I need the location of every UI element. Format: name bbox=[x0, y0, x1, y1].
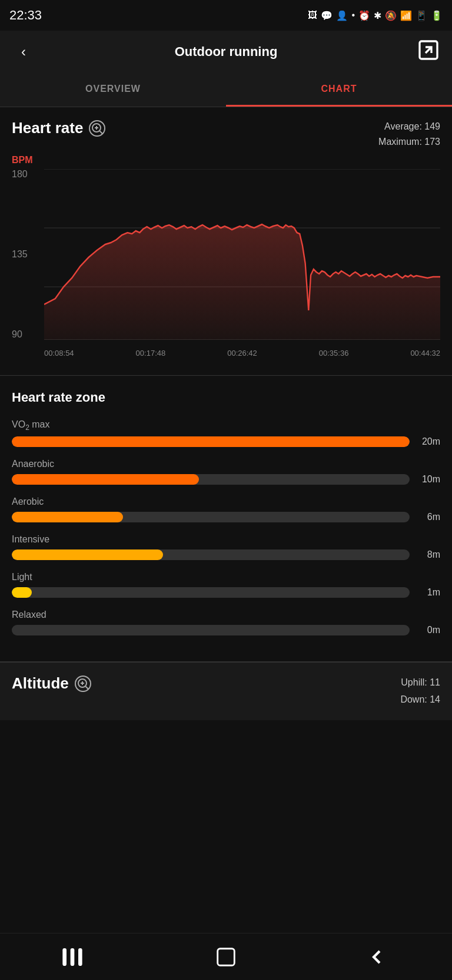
chart-svg-area bbox=[44, 169, 440, 340]
zone-bar-bg-aerobic bbox=[12, 512, 410, 522]
y-axis-labels: 180 135 90 bbox=[12, 169, 41, 340]
svg-rect-15 bbox=[71, 948, 75, 966]
zone-bar-row-intensive: 8m bbox=[12, 549, 440, 560]
zone-name-vo2: VO2 max bbox=[12, 419, 440, 432]
zone-duration-vo2: 20m bbox=[417, 436, 440, 447]
zone-bar-row-relaxed: 0m bbox=[12, 625, 440, 635]
zone-name-anaerobic: Anaerobic bbox=[12, 459, 440, 469]
zone-bar-bg-vo2 bbox=[12, 436, 410, 447]
y-label-180: 180 bbox=[12, 169, 41, 180]
wifi-icon: 📶 bbox=[400, 10, 412, 21]
x-axis-labels: 00:08:54 00:17:48 00:26:42 00:35:36 00:4… bbox=[44, 349, 440, 357]
zone-bar-row-aerobic: 6m bbox=[12, 512, 440, 522]
status-time: 22:33 bbox=[9, 8, 42, 23]
header: ‹ Outdoor running bbox=[0, 31, 452, 73]
zone-section-title: Heart rate zone bbox=[12, 390, 440, 405]
y-label-135: 135 bbox=[12, 249, 41, 260]
down-stat: Down: 14 bbox=[400, 691, 440, 708]
svg-rect-14 bbox=[62, 948, 67, 966]
dot-icon: • bbox=[351, 10, 355, 21]
heart-rate-section: Heart rate Average: 149 Maximum: 173 BPM… bbox=[0, 107, 452, 375]
nav-back-button[interactable] bbox=[359, 945, 394, 969]
bottom-nav bbox=[0, 933, 452, 980]
zone-bar-bg-anaerobic bbox=[12, 474, 410, 485]
zone-item-light: Light 1m bbox=[12, 572, 440, 598]
page-title: Outdoor running bbox=[35, 44, 417, 59]
mute-icon: 🔕 bbox=[385, 10, 397, 21]
svg-line-3 bbox=[100, 131, 103, 134]
tab-chart[interactable]: CHART bbox=[226, 73, 452, 107]
altitude-section: Altitude Uphill: 11 Down: 14 bbox=[0, 662, 452, 720]
zone-name-relaxed: Relaxed bbox=[12, 610, 440, 620]
x-label-3: 00:35:36 bbox=[319, 349, 349, 357]
uphill-stat: Uphill: 11 bbox=[400, 674, 440, 691]
zone-item-vo2: VO2 max 20m bbox=[12, 419, 440, 447]
zone-bar-bg-light bbox=[12, 587, 410, 598]
heart-rate-zone-section: Heart rate zone VO2 max 20m Anaerobic 10… bbox=[0, 376, 452, 661]
heart-rate-header: Heart rate Average: 149 Maximum: 173 bbox=[12, 119, 440, 149]
zone-bar-fill-light bbox=[12, 587, 32, 598]
zone-item-intensive: Intensive 8m bbox=[12, 534, 440, 560]
nav-home-button[interactable] bbox=[208, 945, 244, 969]
heart-rate-title: Heart rate bbox=[12, 119, 105, 137]
zone-duration-anaerobic: 10m bbox=[417, 474, 440, 485]
tabs: OVERVIEW CHART bbox=[0, 73, 452, 107]
zone-duration-intensive: 8m bbox=[417, 549, 440, 560]
zone-duration-light: 1m bbox=[417, 587, 440, 598]
x-label-0: 00:08:54 bbox=[44, 349, 74, 357]
altitude-zoom-icon[interactable] bbox=[75, 676, 91, 692]
zone-name-intensive: Intensive bbox=[12, 534, 440, 545]
zone-bar-row-light: 1m bbox=[12, 587, 440, 598]
zone-duration-relaxed: 0m bbox=[417, 625, 440, 635]
zone-bar-fill-anaerobic bbox=[12, 474, 199, 485]
gallery-icon: 🖼 bbox=[308, 10, 317, 21]
zoom-icon[interactable] bbox=[89, 120, 105, 137]
zone-bar-bg-relaxed bbox=[12, 625, 410, 635]
bluetooth-icon: ✱ bbox=[374, 10, 381, 21]
zone-bar-bg-intensive bbox=[12, 549, 410, 560]
zone-item-aerobic: Aerobic 6m bbox=[12, 496, 440, 522]
messenger-icon: 👤 bbox=[336, 10, 348, 21]
zone-name-light: Light bbox=[12, 572, 440, 582]
zone-bar-fill-intensive bbox=[12, 549, 163, 560]
y-label-90: 90 bbox=[12, 329, 41, 340]
battery-icon: 🔋 bbox=[431, 10, 443, 21]
export-button[interactable] bbox=[417, 38, 440, 65]
zone-duration-aerobic: 6m bbox=[417, 512, 440, 522]
bpm-label: BPM bbox=[12, 155, 440, 165]
alarm-icon: ⏰ bbox=[358, 10, 370, 21]
heart-rate-chart: 180 135 90 bbox=[12, 169, 440, 357]
back-button[interactable]: ‹ bbox=[12, 44, 35, 60]
zone-bar-fill-vo2 bbox=[12, 436, 410, 447]
whatsapp-icon: 💬 bbox=[321, 10, 333, 21]
x-label-2: 00:26:42 bbox=[227, 349, 257, 357]
status-bar: 22:33 🖼 💬 👤 • ⏰ ✱ 🔕 📶 📱 🔋 bbox=[0, 0, 452, 31]
heart-rate-stats: Average: 149 Maximum: 173 bbox=[378, 119, 440, 149]
x-label-4: 00:44:32 bbox=[410, 349, 440, 357]
signal-icon: 📱 bbox=[416, 10, 427, 21]
altitude-stats: Uphill: 11 Down: 14 bbox=[400, 674, 440, 708]
altitude-title: Altitude bbox=[12, 674, 91, 693]
svg-rect-17 bbox=[218, 948, 235, 965]
nav-menu-button[interactable] bbox=[58, 945, 93, 969]
max-stat: Maximum: 173 bbox=[378, 134, 440, 150]
avg-stat: Average: 149 bbox=[378, 119, 440, 134]
svg-rect-16 bbox=[78, 948, 82, 966]
zone-bar-row-anaerobic: 10m bbox=[12, 474, 440, 485]
tab-overview[interactable]: OVERVIEW bbox=[0, 73, 226, 107]
zone-name-aerobic: Aerobic bbox=[12, 496, 440, 507]
zone-bar-row-vo2: 20m bbox=[12, 436, 440, 447]
zone-item-relaxed: Relaxed 0m bbox=[12, 610, 440, 635]
zone-item-anaerobic: Anaerobic 10m bbox=[12, 459, 440, 485]
status-icons: 🖼 💬 👤 • ⏰ ✱ 🔕 📶 📱 🔋 bbox=[308, 10, 443, 21]
zone-bar-fill-aerobic bbox=[12, 512, 123, 522]
x-label-1: 00:17:48 bbox=[136, 349, 166, 357]
svg-line-11 bbox=[85, 686, 88, 689]
